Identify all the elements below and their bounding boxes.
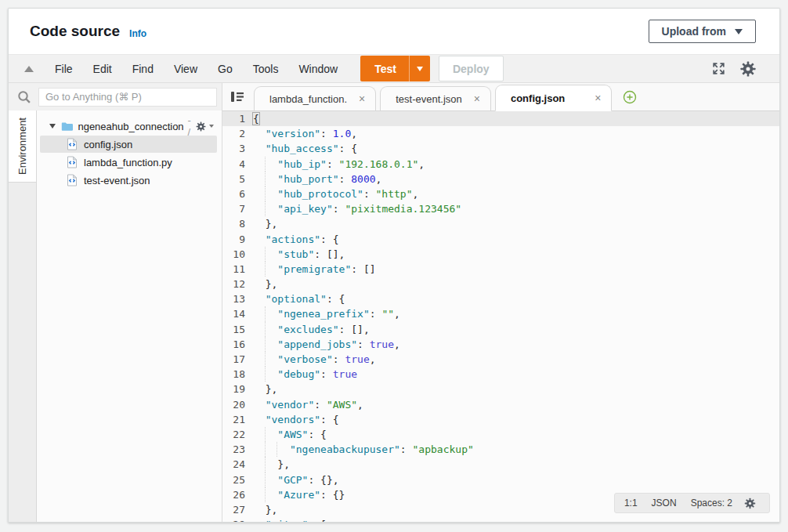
test-dropdown-button[interactable] — [410, 67, 430, 71]
tab-label: lambda_function. — [269, 93, 347, 105]
file-tree: ngeneahub_connection - / — [37, 110, 222, 523]
code-line: 10 "stub": [], — [222, 247, 779, 262]
line-number: 16 — [222, 337, 253, 352]
line-number: 15 — [222, 322, 253, 337]
file-row-lambda_function.py[interactable]: lambda_function.py — [40, 154, 217, 171]
tab-close-icon[interactable]: × — [359, 93, 365, 104]
fullscreen-icon[interactable] — [711, 61, 726, 76]
code-line: 18 "debug": true — [222, 367, 779, 382]
menu-go[interactable]: Go — [208, 63, 243, 75]
tab-list-menu-icon[interactable] — [230, 91, 244, 103]
tree-settings-button[interactable] — [195, 121, 214, 132]
gear-icon[interactable] — [195, 121, 207, 132]
file-name: lambda_function.py — [84, 157, 172, 168]
line-number: 7 — [222, 201, 253, 216]
code-line: 22 "AWS": { — [222, 427, 779, 442]
go-to-anything-input[interactable] — [38, 88, 217, 107]
line-number: 9 — [222, 232, 253, 247]
menu-tools[interactable]: Tools — [243, 63, 289, 75]
line-number: 28 — [222, 517, 253, 523]
code-line: 6 "hub_protocol": "http", — [222, 186, 779, 201]
folder-disclosure-icon[interactable] — [49, 124, 56, 128]
line-number: 8 — [222, 216, 253, 231]
line-number: 24 — [222, 457, 253, 472]
menu-window[interactable]: Window — [288, 63, 348, 75]
line-number: 17 — [222, 352, 253, 367]
file-row-config.json[interactable]: config.json — [40, 136, 217, 153]
upload-from-button[interactable]: Upload from — [649, 20, 756, 43]
editor-pane: lambda_function.×test-event.json×config.… — [222, 83, 779, 523]
page-title: Code source — [30, 23, 120, 40]
tab-bar: lambda_function.×test-event.json×config.… — [222, 83, 779, 111]
line-number: 23 — [222, 442, 253, 457]
info-link[interactable]: Info — [129, 28, 146, 39]
code-line: 9 "actions": { — [222, 232, 779, 247]
menu-edit[interactable]: Edit — [83, 63, 122, 75]
code-area[interactable]: 1{2 "version": 1.0,3 "hub_access": {4 "h… — [222, 111, 779, 523]
code-line: 20 "vendor": "AWS", — [222, 397, 779, 412]
folder-path-suffix: - / — [188, 114, 195, 138]
chevron-down-icon — [417, 67, 423, 71]
test-button[interactable]: Test — [360, 56, 430, 81]
code-line: 24 }, — [222, 457, 779, 472]
language-mode[interactable]: JSON — [652, 498, 677, 508]
code-line: 3 "hub_access": { — [222, 141, 779, 156]
code-file-icon — [67, 174, 78, 186]
folder-icon — [61, 121, 73, 132]
code-line: 1{ — [222, 111, 779, 126]
sidebar: Environment ngeneahub_connection - / — [9, 83, 222, 523]
menu-file[interactable]: File — [45, 63, 83, 75]
settings-gear-slot[interactable] — [739, 60, 757, 78]
folder-row[interactable]: ngeneahub_connection - / — [37, 118, 222, 135]
line-number: 25 — [222, 472, 253, 487]
gear-icon[interactable] — [739, 60, 757, 78]
file-row-test-event.json[interactable]: test-event.json — [40, 172, 217, 189]
deploy-button[interactable]: Deploy — [439, 56, 504, 81]
chevron-down-icon — [735, 29, 743, 34]
search-row — [9, 83, 222, 110]
menu-items: FileEditFindViewGoToolsWindow — [45, 63, 348, 75]
line-number: 1 — [222, 111, 253, 126]
editor-status-bar: 1:1 JSON Spaces: 2 — [614, 493, 770, 513]
code-line: 12 }, — [222, 277, 779, 291]
status-gear-slot[interactable] — [746, 497, 760, 510]
tab-label: config.json — [511, 92, 565, 104]
line-number: 5 — [222, 172, 253, 186]
search-icon — [17, 90, 31, 104]
tab-close-icon[interactable]: × — [474, 93, 480, 104]
tab-config.json[interactable]: config.json× — [495, 85, 613, 111]
chevron-down-icon — [209, 125, 214, 128]
indent-setting[interactable]: Spaces: 2 — [691, 498, 732, 508]
line-number: 12 — [222, 277, 253, 291]
tab-test-event.json[interactable]: test-event.json× — [380, 86, 491, 110]
code-line: 17 "verbose": true, — [222, 352, 779, 367]
line-number: 13 — [222, 291, 253, 306]
environment-tab[interactable]: Environment — [9, 110, 36, 183]
plus-circle-icon — [623, 90, 637, 104]
tab-close-icon[interactable]: × — [595, 92, 601, 103]
menu-view[interactable]: View — [164, 63, 208, 75]
gear-icon[interactable] — [743, 497, 757, 510]
menu-bar: FileEditFindViewGoToolsWindow Test Deplo… — [9, 54, 779, 83]
code-line: 14 "ngenea_prefix": "", — [222, 306, 779, 321]
line-number: 22 — [222, 427, 253, 442]
code-file-icon — [67, 138, 78, 150]
code-source-panel: Code source Info Upload from FileEditFin… — [8, 8, 780, 523]
cursor-position[interactable]: 1:1 — [624, 498, 638, 508]
upload-from-label: Upload from — [662, 25, 726, 38]
menu-find[interactable]: Find — [122, 63, 164, 75]
environment-tab-label: Environment — [16, 118, 28, 175]
code-line: 28 "sites": [ — [222, 517, 779, 523]
file-name: test-event.json — [84, 175, 150, 186]
tab-label: test-event.json — [396, 93, 462, 105]
line-number: 18 — [222, 367, 253, 382]
header: Code source Info Upload from — [9, 9, 779, 54]
line-number: 27 — [222, 502, 253, 517]
tab-lambda_function.[interactable]: lambda_function.× — [254, 86, 376, 110]
code-file-icon — [67, 156, 78, 168]
new-tab-button[interactable] — [623, 90, 637, 104]
code-line: 8 }, — [222, 216, 779, 231]
collapse-menubar-icon[interactable] — [24, 66, 34, 72]
line-number: 3 — [222, 141, 253, 156]
main-content: Environment ngeneahub_connection - / — [9, 83, 779, 523]
